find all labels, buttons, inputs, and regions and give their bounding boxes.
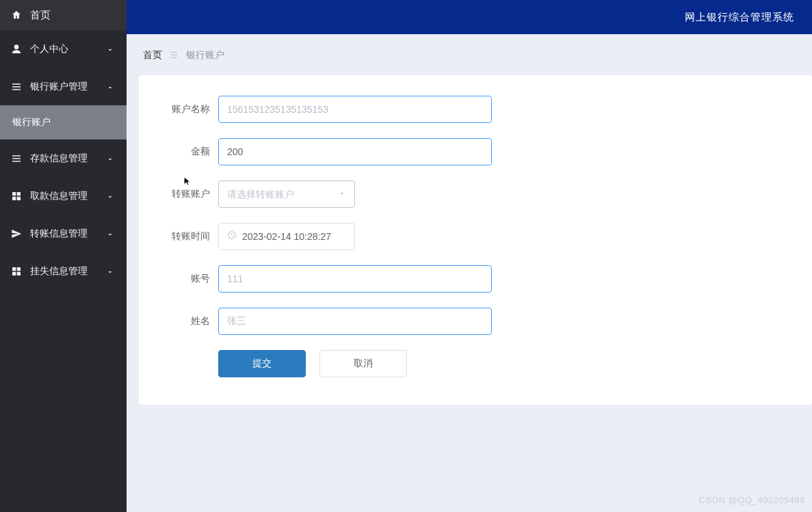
sidebar-item-bank-account-mgmt[interactable]: 银行账户管理 <box>0 68 127 105</box>
home-icon <box>11 10 22 21</box>
chevron-down-icon <box>338 181 346 207</box>
label-account-name: 账户名称 <box>155 103 218 116</box>
main: 网上银行综合管理系统 首页 ☰ 银行账户 账户名称 金额 <box>127 0 812 512</box>
select-placeholder: 请选择转账账户 <box>227 181 294 207</box>
list-icon <box>11 81 22 92</box>
form-row-account-name: 账户名称 <box>155 96 796 123</box>
form-row-transfer-time: 转账时间 2023-02-14 10:28:27 <box>155 223 796 250</box>
submit-button[interactable]: 提交 <box>218 350 306 377</box>
app-title: 网上银行综合管理系统 <box>685 11 794 24</box>
list-icon <box>11 153 22 164</box>
sidebar-item-label: 转账信息管理 <box>30 228 88 240</box>
datetime-transfer-time[interactable]: 2023-02-14 10:28:27 <box>218 223 355 250</box>
label-amount: 金额 <box>155 146 218 158</box>
send-icon <box>11 228 22 239</box>
input-name[interactable] <box>218 308 492 335</box>
label-transfer-time: 转账时间 <box>155 230 218 243</box>
sidebar-home[interactable]: 首页 <box>0 0 127 30</box>
sidebar: 首页 个人中心 银行账户管理 银行账户 <box>0 0 127 512</box>
sidebar-item-deposit-mgmt[interactable]: 存款信息管理 <box>0 139 127 177</box>
form-card: 账户名称 金额 转账账户 请选择转账账户 <box>139 75 812 405</box>
input-amount[interactable] <box>218 138 492 165</box>
sidebar-home-label: 首页 <box>30 9 51 22</box>
sidebar-item-loss-mgmt[interactable]: 挂失信息管理 <box>0 252 127 290</box>
breadcrumb-home[interactable]: 首页 <box>143 49 162 62</box>
input-account-no[interactable] <box>218 265 492 293</box>
label-transfer-account: 转账账户 <box>155 188 218 200</box>
breadcrumb: 首页 ☰ 银行账户 <box>127 34 812 75</box>
chevron-down-icon <box>106 230 114 238</box>
input-account-name[interactable] <box>218 96 492 123</box>
form-row-transfer-account: 转账账户 请选择转账账户 <box>155 180 796 208</box>
select-transfer-account[interactable]: 请选择转账账户 <box>218 180 355 208</box>
datetime-value: 2023-02-14 10:28:27 <box>242 224 331 250</box>
sidebar-item-label: 存款信息管理 <box>30 152 88 165</box>
sidebar-item-label: 挂失信息管理 <box>30 265 88 278</box>
form-buttons: 提交 取消 <box>218 350 796 377</box>
sidebar-subitem-label: 银行账户 <box>12 116 51 129</box>
content: 首页 ☰ 银行账户 账户名称 金额 转账账 <box>127 34 812 512</box>
form-row-name: 姓名 <box>155 308 796 335</box>
sidebar-item-label: 个人中心 <box>30 43 68 55</box>
sidebar-item-label: 取款信息管理 <box>30 190 88 202</box>
sidebar-item-withdrawal-mgmt[interactable]: 取款信息管理 <box>0 177 127 215</box>
grid-icon <box>11 266 22 277</box>
grid-icon <box>11 191 22 202</box>
sidebar-subitem-bank-account[interactable]: 银行账户 <box>0 105 127 139</box>
breadcrumb-current: 银行账户 <box>186 49 224 62</box>
topbar: 网上银行综合管理系统 <box>127 0 812 34</box>
chevron-down-icon <box>106 267 114 275</box>
chevron-down-icon <box>106 192 114 200</box>
cancel-button[interactable]: 取消 <box>319 350 407 377</box>
chevron-down-icon <box>106 45 114 53</box>
breadcrumb-sep-icon: ☰ <box>170 51 178 60</box>
sidebar-item-label: 银行账户管理 <box>30 81 88 93</box>
watermark: CSDN @QQ_402205496 <box>699 495 805 505</box>
user-icon <box>11 44 22 55</box>
chevron-down-icon <box>106 154 114 163</box>
sidebar-item-personal[interactable]: 个人中心 <box>0 30 127 68</box>
chevron-up-icon <box>106 83 114 91</box>
form-row-amount: 金额 <box>155 138 796 165</box>
clock-icon <box>227 224 237 250</box>
sidebar-item-transfer-mgmt[interactable]: 转账信息管理 <box>0 215 127 252</box>
label-name: 姓名 <box>155 315 218 327</box>
form-row-account-no: 账号 <box>155 265 796 293</box>
label-account-no: 账号 <box>155 273 218 285</box>
